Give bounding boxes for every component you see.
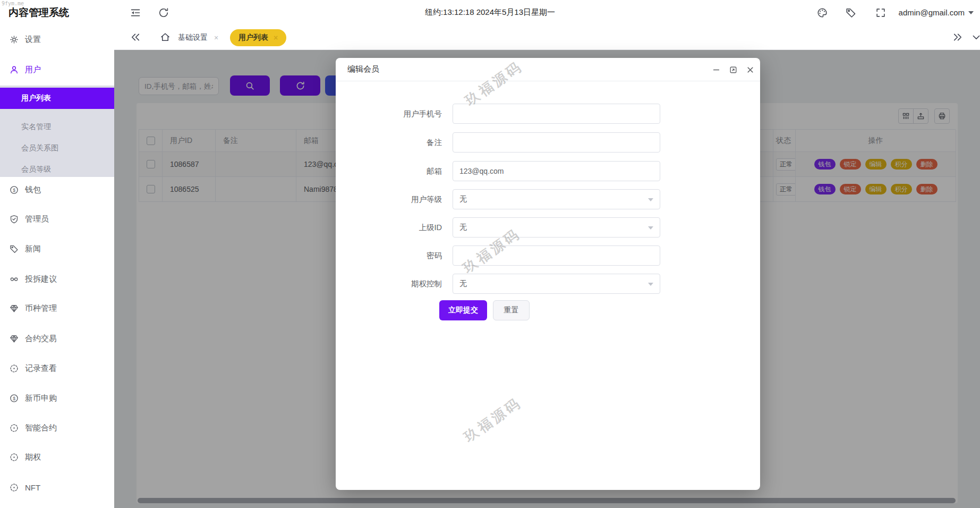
dollar-circle-icon: $ bbox=[10, 185, 19, 194]
sidebar-item-coin-management[interactable]: 币种管理 bbox=[0, 302, 114, 315]
minimize-icon[interactable] bbox=[712, 65, 721, 74]
clock-dashed-icon bbox=[10, 453, 19, 462]
sidebar-item-label: 期权 bbox=[25, 452, 41, 462]
field-label-user-level: 用户等级 bbox=[357, 189, 442, 209]
sidebar-item-label: 新币申购 bbox=[25, 393, 57, 403]
field-label-parent-id: 上级ID bbox=[357, 217, 442, 238]
reload-icon[interactable] bbox=[158, 7, 169, 18]
chevron-down-icon bbox=[968, 11, 974, 14]
tab-label: 用户列表 bbox=[238, 33, 268, 43]
sidebar-item-new-coin[interactable]: $ 新币申购 bbox=[0, 392, 114, 404]
user-icon bbox=[10, 65, 19, 74]
sidebar-item-label: 钱包 bbox=[25, 185, 41, 195]
email-field[interactable] bbox=[453, 161, 660, 181]
clock-dashed-icon bbox=[10, 364, 19, 373]
submenu-panel: 用户列表 实名管理 会员关系图 会员等级 bbox=[0, 86, 114, 177]
tab-user-list[interactable]: 用户列表 × bbox=[230, 29, 286, 46]
maximize-icon[interactable] bbox=[729, 65, 738, 74]
svg-text:$: $ bbox=[13, 395, 15, 401]
sidebar-item-label: 用户 bbox=[25, 65, 41, 75]
submenu-item-realname[interactable]: 实名管理 bbox=[0, 116, 114, 138]
caret-down-icon bbox=[648, 198, 653, 201]
double-chevron-left-icon[interactable] bbox=[130, 32, 141, 43]
app-logo: 内容管理系统 bbox=[8, 0, 69, 25]
reset-button[interactable]: 重置 bbox=[493, 300, 530, 320]
field-label-email: 邮箱 bbox=[357, 161, 442, 181]
sidebar-item-label: 合约交易 bbox=[25, 334, 57, 344]
sidebar-item-label: 新闻 bbox=[25, 244, 41, 254]
sidebar-item-admins[interactable]: 管理员 bbox=[0, 213, 114, 225]
sidebar-item-feedback[interactable]: 投拆建议 bbox=[0, 273, 114, 285]
caret-down-icon bbox=[648, 283, 653, 286]
clock-dashed-icon bbox=[10, 424, 19, 433]
sidebar-item-contract-trading[interactable]: 合约交易 bbox=[0, 332, 114, 345]
sidebar-item-label: NFT bbox=[25, 483, 40, 492]
submenu-item-member-level[interactable]: 会员等级 bbox=[0, 159, 114, 180]
select-value: 无 bbox=[459, 279, 467, 289]
chevron-down-icon[interactable] bbox=[971, 32, 980, 43]
link-icon bbox=[10, 275, 19, 284]
diamond-icon bbox=[10, 304, 19, 313]
submenu-item-user-list[interactable]: 用户列表 bbox=[0, 88, 114, 109]
tag-icon[interactable] bbox=[846, 7, 856, 18]
sidebar-item-records[interactable]: 记录查看 bbox=[0, 362, 114, 375]
gear-icon bbox=[10, 35, 19, 44]
submenu-item-relation-map[interactable]: 会员关系图 bbox=[0, 138, 114, 159]
dialog-header: 编辑会员 bbox=[336, 58, 760, 81]
caret-down-icon bbox=[648, 226, 653, 230]
close-icon[interactable]: × bbox=[274, 34, 278, 41]
palette-icon[interactable] bbox=[817, 7, 828, 18]
sidebar-item-label: 投拆建议 bbox=[25, 274, 57, 284]
sidebar-item-label: 设置 bbox=[25, 35, 41, 45]
option-control-select[interactable]: 无 bbox=[453, 274, 660, 294]
tab-label: 基础设置 bbox=[178, 33, 208, 43]
diamond-icon bbox=[10, 334, 19, 343]
sidebar-item-wallet[interactable]: $ 钱包 bbox=[0, 183, 114, 196]
sidebar: 设置 用户 用户列表 实名管理 会员关系图 会员等级 $ 钱包 管理员 新闻 投… bbox=[0, 25, 114, 508]
sidebar-item-nft[interactable]: NFT bbox=[0, 481, 114, 494]
sidebar-item-label: 管理员 bbox=[25, 214, 49, 224]
dollar-circle-icon: $ bbox=[10, 394, 19, 403]
field-label-phone: 用户手机号 bbox=[357, 104, 442, 124]
double-chevron-right-icon[interactable] bbox=[952, 32, 963, 43]
remark-field[interactable] bbox=[453, 132, 660, 153]
select-value: 无 bbox=[459, 223, 467, 232]
field-label-remark: 备注 bbox=[357, 132, 442, 153]
edit-member-dialog: 玖福源码 玖福源码 玖福源码 编辑会员 用户手机号 备注 邮箱 用户等级 无 上… bbox=[336, 58, 760, 490]
sidebar-item-users[interactable]: 用户 bbox=[0, 63, 114, 76]
clock-text: 纽约:13:12:18 2024年5月13日星期一 bbox=[0, 0, 980, 25]
collapse-menu-icon[interactable] bbox=[130, 7, 141, 18]
account-menu[interactable]: admin@gmail.com bbox=[899, 0, 974, 25]
fullscreen-icon[interactable] bbox=[875, 7, 886, 18]
sidebar-item-news[interactable]: 新闻 bbox=[0, 242, 114, 255]
sidebar-item-settings[interactable]: 设置 bbox=[0, 33, 114, 46]
sidebar-item-label: 记录查看 bbox=[25, 363, 57, 374]
user-level-select[interactable]: 无 bbox=[453, 189, 660, 209]
sidebar-item-label: 智能合约 bbox=[25, 423, 57, 433]
sidebar-item-smart-contract[interactable]: 智能合约 bbox=[0, 421, 114, 434]
close-icon[interactable] bbox=[746, 65, 755, 74]
watermark-text: 玖福源码 bbox=[461, 393, 525, 446]
field-label-option-control: 期权控制 bbox=[357, 274, 442, 294]
field-label-password: 密码 bbox=[357, 245, 442, 266]
dialog-title: 编辑会员 bbox=[347, 64, 379, 74]
sidebar-item-options[interactable]: 期权 bbox=[0, 451, 114, 463]
tab-basic-settings[interactable]: 基础设置 × bbox=[178, 25, 218, 50]
home-icon[interactable] bbox=[160, 32, 171, 43]
svg-text:$: $ bbox=[13, 187, 15, 192]
parent-id-select[interactable]: 无 bbox=[453, 217, 660, 238]
sidebar-item-label: 币种管理 bbox=[25, 303, 57, 314]
account-email: admin@gmail.com bbox=[899, 8, 965, 17]
tabbar: 基础设置 × 用户列表 × bbox=[114, 25, 980, 50]
topbar: 9fym.me 内容管理系统 纽约:13:12:18 2024年5月13日星期一… bbox=[0, 0, 980, 25]
tag-icon bbox=[10, 244, 19, 253]
submit-button[interactable]: 立即提交 bbox=[439, 300, 487, 320]
clock-dashed-icon bbox=[10, 483, 19, 492]
password-field[interactable] bbox=[453, 245, 660, 266]
close-icon[interactable]: × bbox=[214, 34, 218, 41]
select-value: 无 bbox=[459, 194, 467, 204]
phone-field[interactable] bbox=[453, 104, 660, 124]
shield-check-icon bbox=[10, 215, 19, 224]
